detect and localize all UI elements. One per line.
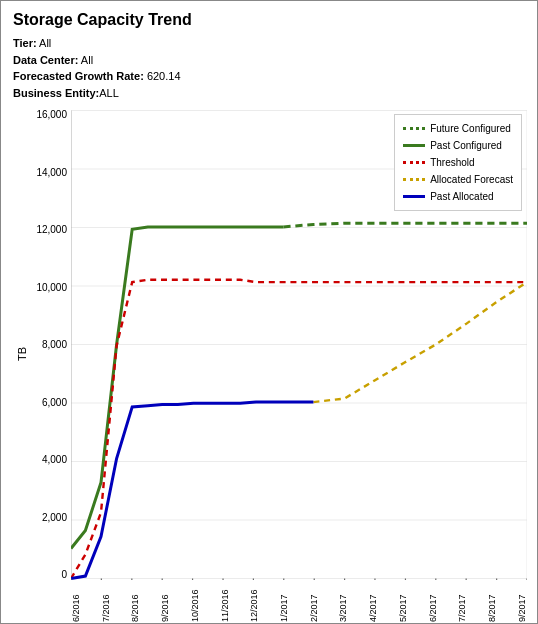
x-tick: 7/2016 xyxy=(101,582,111,622)
x-tick: 6/2017 xyxy=(428,582,438,622)
chart-inner: 16,000 14,000 12,000 10,000 8,000 6,000 … xyxy=(31,109,527,599)
x-tick: 9/2016 xyxy=(160,582,170,622)
x-tick: 7/2017 xyxy=(457,582,467,622)
y-tick: 8,000 xyxy=(42,339,67,350)
y-ticks: 16,000 14,000 12,000 10,000 8,000 6,000 … xyxy=(31,109,71,580)
future-configured-legend-icon xyxy=(403,127,425,130)
x-tick: 8/2017 xyxy=(487,582,497,622)
x-tick: 4/2017 xyxy=(368,582,378,622)
tier-label: Tier: All xyxy=(13,37,51,49)
y-axis-label: TB xyxy=(13,109,31,599)
svg-container: Future Configured Past Configured Thresh… xyxy=(71,109,527,580)
x-tick: 11/2016 xyxy=(220,582,230,622)
legend-label: Threshold xyxy=(430,154,474,171)
threshold-line xyxy=(71,280,527,579)
past-allocated-legend-icon xyxy=(403,195,425,198)
main-container: Storage Capacity Trend Tier: All Data Ce… xyxy=(1,1,537,607)
x-ticks: 6/2016 7/2016 8/2016 9/2016 10/2016 11/2… xyxy=(31,582,527,622)
x-tick: 12/2016 xyxy=(249,582,259,622)
chart-title: Storage Capacity Trend xyxy=(13,11,525,29)
legend-label: Past Configured xyxy=(430,137,502,154)
legend-label: Past Allocated xyxy=(430,188,493,205)
y-tick: 12,000 xyxy=(36,224,67,235)
legend-label: Allocated Forecast xyxy=(430,171,513,188)
y-tick: 2,000 xyxy=(42,512,67,523)
datacenter-label: Data Center: All xyxy=(13,54,93,66)
y-tick: 6,000 xyxy=(42,397,67,408)
y-tick: 0 xyxy=(61,569,67,580)
y-tick: 14,000 xyxy=(36,167,67,178)
threshold-legend-icon xyxy=(403,161,425,164)
x-tick: 1/2017 xyxy=(279,582,289,622)
legend-allocated-forecast: Allocated Forecast xyxy=(403,171,513,188)
legend-future-configured: Future Configured xyxy=(403,120,513,137)
x-tick: 10/2016 xyxy=(190,582,200,622)
legend-threshold: Threshold xyxy=(403,154,513,171)
legend-label: Future Configured xyxy=(430,120,511,137)
future-configured-line xyxy=(283,223,527,227)
y-tick: 16,000 xyxy=(36,109,67,120)
legend-area: Future Configured Past Configured Thresh… xyxy=(394,114,522,211)
y-tick: 4,000 xyxy=(42,454,67,465)
x-tick: 6/2016 xyxy=(71,582,81,622)
x-tick: 8/2016 xyxy=(130,582,140,622)
legend-past-allocated: Past Allocated xyxy=(403,188,513,205)
business-entity-label: Business Entity:ALL xyxy=(13,87,119,99)
allocated-forecast-legend-icon xyxy=(403,178,425,181)
legend-past-configured: Past Configured xyxy=(403,137,513,154)
growth-rate-label: Forecasted Growth Rate: 620.14 xyxy=(13,70,181,82)
x-tick: 5/2017 xyxy=(398,582,408,622)
y-tick: 10,000 xyxy=(36,282,67,293)
x-tick: 9/2017 xyxy=(517,582,527,622)
x-tick: 2/2017 xyxy=(309,582,319,622)
chart-top: 16,000 14,000 12,000 10,000 8,000 6,000 … xyxy=(31,109,527,580)
chart-area: TB 16,000 14,000 12,000 10,000 8,000 6,0… xyxy=(13,109,527,599)
allocated-forecast-line xyxy=(313,282,527,402)
past-configured-line xyxy=(71,227,283,549)
x-tick: 3/2017 xyxy=(338,582,348,622)
past-configured-legend-icon xyxy=(403,144,425,147)
chart-meta: Tier: All Data Center: All Forecasted Gr… xyxy=(13,35,525,101)
